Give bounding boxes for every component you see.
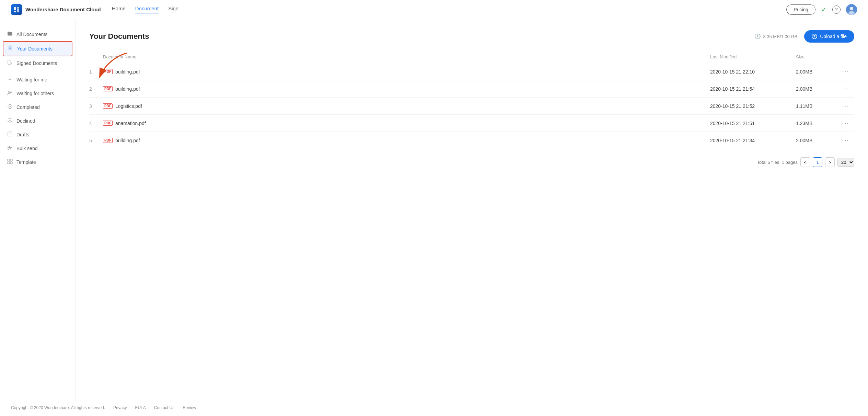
sidebar-label-waiting-for-me: Waiting for me	[16, 77, 47, 82]
pdf-icon: PDF	[103, 69, 113, 74]
completed-icon	[7, 104, 13, 111]
col-num	[89, 54, 103, 59]
main-header: Your Documents 🕐 8.35 MB/1.00 GB Upload …	[89, 30, 854, 43]
storage-icon: 🕐	[754, 33, 761, 40]
row-num-5: 5	[89, 138, 103, 143]
sidebar-item-completed[interactable]: Completed	[0, 100, 75, 114]
sidebar-label-declined: Declined	[16, 118, 35, 124]
page-title: Your Documents	[89, 32, 149, 41]
footer-copyright: Copyright © 2020 Wondershare. All rights…	[11, 405, 105, 410]
pricing-button[interactable]: Pricing	[786, 4, 815, 15]
file-name-text-5: building.pdf	[115, 138, 140, 143]
sidebar-item-drafts[interactable]: Drafts	[0, 128, 75, 142]
footer: Copyright © 2020 Wondershare. All rights…	[0, 401, 868, 414]
sidebar-label-waiting-for-others: Waiting for others	[16, 91, 54, 96]
nav-home[interactable]: Home	[112, 5, 126, 13]
sidebar: All Documents Your Documents	[0, 19, 76, 401]
row-num-2: 2	[89, 86, 103, 92]
svg-rect-23	[10, 159, 12, 161]
logo-icon	[11, 4, 22, 15]
header: Wondershare Document Cloud Home Document…	[0, 0, 868, 19]
svg-point-6	[848, 11, 855, 15]
nav-document[interactable]: Document	[135, 5, 159, 13]
nav-sign[interactable]: Sign	[168, 5, 178, 13]
table-row: 1 PDF building.pdf 2020-10-15 21:22:10 2…	[89, 63, 854, 80]
pdf-icon: PDF	[103, 103, 113, 109]
svg-rect-22	[8, 159, 10, 161]
storage-info: 🕐 8.35 MB/1.00 GB	[754, 33, 797, 40]
size-1: 2.00MB	[796, 69, 837, 75]
pagination: Total 5 files, 1 pages < 1 > 20 50	[89, 157, 854, 167]
sidebar-label-signed-documents: Signed Documents	[16, 60, 57, 66]
modified-5: 2020-10-15 21:21:34	[710, 138, 796, 143]
file-name-1: PDF building.pdf	[103, 69, 710, 75]
pagination-summary: Total 5 files, 1 pages	[757, 160, 798, 165]
svg-rect-3	[14, 11, 16, 12]
more-btn-3[interactable]: ···	[837, 102, 854, 110]
file-name-text-4: anamation.pdf	[115, 121, 146, 126]
help-icon[interactable]: ?	[832, 5, 841, 14]
layout: All Documents Your Documents	[0, 19, 868, 401]
template-icon	[7, 159, 13, 166]
sidebar-item-waiting-for-others[interactable]: Waiting for others	[0, 87, 75, 100]
sidebar-label-drafts: Drafts	[16, 132, 29, 137]
more-btn-2[interactable]: ···	[837, 85, 854, 92]
main-content: Your Documents 🕐 8.35 MB/1.00 GB Upload …	[76, 19, 868, 401]
svg-point-13	[9, 91, 10, 93]
file-name-text-2: building.pdf	[115, 86, 140, 92]
col-actions	[837, 54, 854, 59]
file-name-5: PDF building.pdf	[103, 138, 710, 143]
more-btn-4[interactable]: ···	[837, 120, 854, 127]
logo: Wondershare Document Cloud	[11, 4, 101, 15]
svg-point-14	[10, 91, 12, 93]
avatar[interactable]	[846, 4, 857, 15]
sidebar-label-your-documents: Your Documents	[17, 46, 53, 52]
prev-page-button[interactable]: <	[800, 157, 810, 167]
modified-1: 2020-10-15 21:22:10	[710, 69, 796, 75]
upload-button[interactable]: Upload a file	[804, 30, 854, 43]
current-page-button[interactable]: 1	[813, 157, 822, 167]
more-btn-5[interactable]: ···	[837, 137, 854, 144]
header-left: Wondershare Document Cloud Home Document…	[11, 4, 178, 15]
modified-3: 2020-10-15 21:21:52	[710, 103, 796, 109]
table-row: 5 PDF building.pdf 2020-10-15 21:21:34 2…	[89, 132, 854, 149]
logo-text: Wondershare Document Cloud	[25, 7, 101, 12]
sidebar-label-template: Template	[16, 159, 36, 165]
svg-rect-0	[14, 7, 16, 10]
sidebar-item-waiting-for-me[interactable]: Waiting for me	[0, 73, 75, 87]
footer-link-eula[interactable]: EULA	[135, 405, 146, 410]
row-num-3: 3	[89, 103, 103, 109]
size-5: 2.00MB	[796, 138, 837, 143]
document-icon	[8, 45, 14, 52]
footer-link-privacy[interactable]: Privacy	[113, 405, 127, 410]
file-name-text-3: Logistics.pdf	[115, 103, 142, 109]
sidebar-item-your-documents[interactable]: Your Documents	[3, 41, 72, 56]
size-3: 1.11MB	[796, 103, 837, 109]
file-name-4: PDF anamation.pdf	[103, 121, 710, 126]
drafts-icon	[7, 131, 13, 138]
header-right: Pricing ✓ ?	[786, 4, 857, 15]
footer-link-review[interactable]: Review	[183, 405, 196, 410]
sidebar-item-declined[interactable]: Declined	[0, 114, 75, 128]
svg-rect-1	[17, 7, 19, 9]
file-name-2: PDF building.pdf	[103, 86, 710, 92]
sidebar-item-signed-documents[interactable]: Signed Documents	[0, 56, 75, 70]
sidebar-item-template[interactable]: Template	[0, 155, 75, 169]
table-header: Document Name Last Modified Size	[89, 51, 854, 63]
next-page-button[interactable]: >	[825, 157, 835, 167]
col-name: Document Name	[103, 54, 710, 59]
svg-point-5	[850, 7, 853, 10]
pdf-icon: PDF	[103, 86, 113, 91]
waiting-me-icon	[7, 76, 13, 83]
table-row: 4 PDF anamation.pdf 2020-10-15 21:21:51 …	[89, 115, 854, 132]
footer-link-contact[interactable]: Contact Us	[154, 405, 174, 410]
row-num-4: 4	[89, 121, 103, 126]
file-name-text-1: building.pdf	[115, 69, 140, 75]
more-btn-1[interactable]: ···	[837, 68, 854, 75]
svg-rect-24	[8, 162, 10, 164]
page-size-select[interactable]: 20 50	[837, 158, 854, 167]
sidebar-label-all-documents: All Documents	[16, 32, 47, 37]
sidebar-item-bulk-send[interactable]: Bulk send	[0, 142, 75, 155]
waiting-others-icon	[7, 90, 13, 97]
sidebar-item-all-documents[interactable]: All Documents	[0, 27, 75, 41]
